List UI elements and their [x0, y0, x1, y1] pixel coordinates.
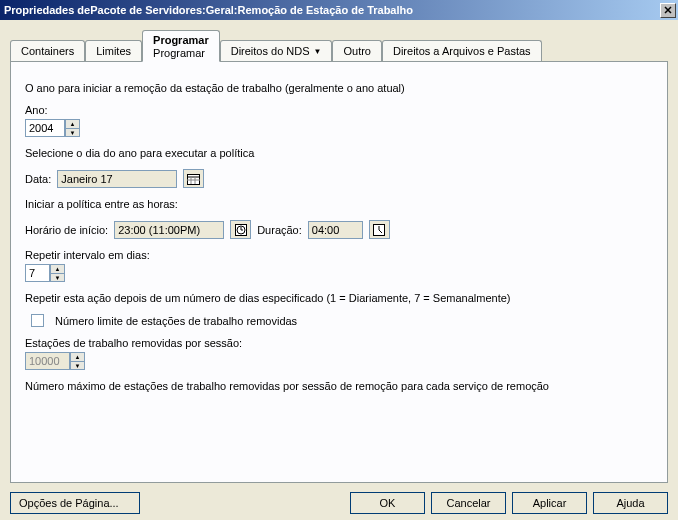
tab-containers[interactable]: Containers [10, 40, 85, 61]
tab-limites[interactable]: Limites [85, 40, 142, 61]
calendar-button[interactable] [183, 169, 204, 188]
tab-outro[interactable]: Outro [332, 40, 382, 61]
cancel-button[interactable]: Cancelar [431, 492, 506, 514]
dialog-footer: Opções de Página... OK Cancelar Aplicar … [10, 492, 668, 514]
duracao-picker-button[interactable] [369, 220, 390, 239]
repetir-input[interactable] [25, 264, 50, 282]
close-icon [664, 6, 672, 14]
data-label: Data: [25, 173, 51, 185]
sessao-spinner[interactable]: ▲ ▼ [70, 352, 85, 370]
repetir-label: Repetir intervalo em dias: [25, 249, 653, 261]
sessao-input[interactable] [25, 352, 70, 370]
spin-up-icon[interactable]: ▲ [65, 119, 80, 128]
title-bar: Propriedades dePacote de Servidores:Gera… [0, 0, 678, 20]
spin-down-icon[interactable]: ▼ [50, 273, 65, 282]
ano-label: Ano: [25, 104, 653, 116]
help-button[interactable]: Ajuda [593, 492, 668, 514]
ok-button[interactable]: OK [350, 492, 425, 514]
clock-icon [235, 224, 247, 236]
tab-direitos-arquivos[interactable]: Direitos a Arquivos e Pastas [382, 40, 542, 61]
repetir-spinner[interactable]: ▲ ▼ [50, 264, 65, 282]
dia-intro: Selecione o dia do ano para executar a p… [25, 147, 653, 159]
page-options-button[interactable]: Opções de Página... [10, 492, 140, 514]
horario-field[interactable]: 23:00 (11:00PM) [114, 221, 224, 239]
limite-checkbox[interactable] [31, 314, 44, 327]
tab-programar[interactable]: Programar Programar [142, 30, 220, 62]
horario-label: Horário de início: [25, 224, 108, 236]
calendar-icon [187, 173, 200, 185]
tab-panel: O ano para iniciar a remoção da estação … [10, 61, 668, 483]
spin-down-icon[interactable]: ▼ [65, 128, 80, 137]
tab-direitos-nds[interactable]: Direitos do NDS▼ [220, 40, 333, 61]
ano-input[interactable] [25, 119, 65, 137]
sessao-label: Estações de trabalho removidas por sessã… [25, 337, 653, 349]
clock-icon [373, 224, 385, 236]
data-field[interactable]: Janeiro 17 [57, 170, 177, 188]
repetir-desc: Repetir esta ação depois de um número de… [25, 292, 653, 304]
spin-up-icon[interactable]: ▲ [70, 352, 85, 361]
spin-up-icon[interactable]: ▲ [50, 264, 65, 273]
spin-down-icon[interactable]: ▼ [70, 361, 85, 370]
duracao-field[interactable]: 04:00 [308, 221, 363, 239]
tab-strip: Containers Limites Programar Programar D… [10, 30, 668, 61]
max-desc: Número máximo de estações de trabalho re… [25, 380, 653, 392]
limite-check-label: Número limite de estações de trabalho re… [55, 315, 297, 327]
intro-text: O ano para iniciar a remoção da estação … [25, 82, 653, 94]
ano-spinner[interactable]: ▲ ▼ [65, 119, 80, 137]
horario-picker-button[interactable] [230, 220, 251, 239]
window-title: Propriedades dePacote de Servidores:Gera… [4, 4, 660, 16]
chevron-down-icon: ▼ [314, 47, 322, 56]
apply-button[interactable]: Aplicar [512, 492, 587, 514]
close-button[interactable] [660, 3, 676, 18]
iniciar-label: Iniciar a política entre as horas: [25, 198, 653, 210]
duracao-label: Duração: [257, 224, 302, 236]
